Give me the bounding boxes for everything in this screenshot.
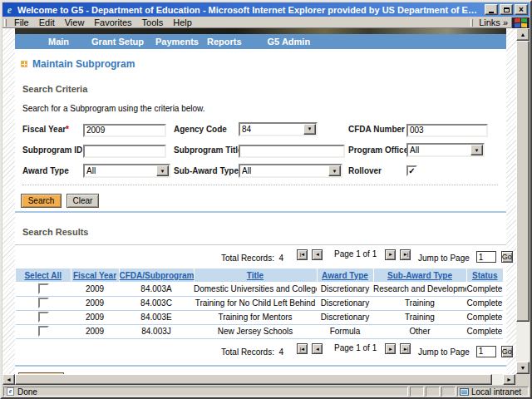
row-checkbox[interactable] <box>38 283 49 294</box>
restore-button[interactable] <box>500 4 513 15</box>
award-type-select[interactable]: All▼ <box>83 164 170 178</box>
links-label: Links <box>479 17 500 27</box>
menu-item-favorites[interactable]: Favorites <box>89 17 136 27</box>
cell-award-type: Discretionary <box>317 296 373 310</box>
security-zone-panel: Local intranet <box>457 387 529 397</box>
toolbar-grip-handle[interactable] <box>4 19 7 27</box>
nav-bar: Main Grant Setup Payments Reports G5 Adm… <box>15 34 506 49</box>
required-marker: * <box>66 125 69 134</box>
prev-page-button[interactable]: ◄ <box>312 249 323 260</box>
header-sub-award-type[interactable]: Sub-Award Type <box>373 268 466 282</box>
subprogram-id-label: Subprogram ID <box>22 145 83 155</box>
menu-item-file[interactable]: File <box>9 17 34 27</box>
sub-award-type-label: Sub-Award Type <box>174 166 239 175</box>
rollover-label: Rollover <box>348 166 406 175</box>
program-office-select[interactable]: All▼ <box>406 143 485 157</box>
cfda-number-input[interactable] <box>406 124 488 137</box>
menu-item-view[interactable]: View <box>60 17 90 27</box>
jump-to-page-input[interactable] <box>476 251 496 263</box>
horizontal-scrollbar-thumb[interactable] <box>15 374 492 385</box>
vertical-scrollbar-thumb[interactable] <box>516 41 530 322</box>
cell-cfda: 84.003A <box>119 282 194 296</box>
sub-award-type-select[interactable]: All▼ <box>239 164 342 178</box>
row-checkbox[interactable] <box>38 326 49 337</box>
scroll-left-button[interactable]: ◄ <box>2 374 15 385</box>
fiscal-year-input[interactable] <box>83 124 166 137</box>
last-page-button[interactable]: ►| <box>400 249 411 260</box>
close-button[interactable]: × <box>515 4 528 15</box>
links-toolbar[interactable]: Links » <box>475 17 511 27</box>
header-select-all[interactable]: Select All <box>16 268 71 282</box>
rollover-checkbox[interactable]: ✓ <box>406 165 417 176</box>
award-type-label: Award Type <box>22 166 83 175</box>
banner-image <box>15 28 506 34</box>
subprogram-id-input[interactable] <box>83 145 166 158</box>
cell-fiscal-year: 2009 <box>71 296 119 310</box>
clear-button[interactable]: Clear <box>66 194 99 208</box>
dropdown-arrow-icon[interactable]: ▼ <box>156 165 169 176</box>
table-row: 2009 84.003A Domestic Universities and C… <box>16 282 503 296</box>
links-chevron-icon[interactable]: » <box>503 17 508 27</box>
ie-page-icon: e <box>7 387 14 396</box>
next-page-button[interactable]: ► <box>385 249 396 260</box>
cell-cfda: 84.003E <box>119 310 194 324</box>
cell-title: Domestic Universities and Colleges <box>194 282 317 296</box>
header-fiscal-year[interactable]: Fiscal Year <box>71 268 119 282</box>
agency-code-select[interactable]: 84▼ <box>239 122 318 136</box>
top-pagination: Total Records: 4 |◄ ◄ Page 1 of 1 ► ►| J… <box>15 244 506 268</box>
subprogram-title-label: Subprogram Title <box>174 145 239 155</box>
cell-award-type: Discretionary <box>317 310 373 324</box>
next-page-button[interactable]: ► <box>385 343 396 354</box>
status-cell <box>426 387 440 397</box>
nav-item-reports[interactable]: Reports <box>207 37 242 47</box>
row-checkbox[interactable] <box>38 312 49 323</box>
search-criteria-form: Fiscal Year* Agency Code 84▼ CFDA Number… <box>22 121 506 178</box>
first-page-button[interactable]: |◄ <box>297 249 308 260</box>
cell-cfda: 84.003J <box>119 324 194 338</box>
flag-green-pane <box>521 17 527 22</box>
links-grip-handle[interactable] <box>470 19 473 27</box>
title-bar[interactable]: e Welcome to G5 - Department of Educatio… <box>2 2 530 17</box>
header-title[interactable]: Title <box>194 268 317 282</box>
last-page-button[interactable]: ►| <box>400 343 411 354</box>
header-status[interactable]: Status <box>466 268 503 282</box>
scroll-down-button[interactable]: ▼ <box>516 362 530 374</box>
menu-item-edit[interactable]: Edit <box>34 17 60 27</box>
header-award-type[interactable]: Award Type <box>317 268 373 282</box>
cell-cfda: 84.003C <box>119 296 194 310</box>
horizontal-scrollbar[interactable]: ◄ ► <box>2 374 515 385</box>
scroll-right-button[interactable]: ► <box>503 374 515 385</box>
vertical-scrollbar[interactable]: ▲ ▼ <box>516 28 530 374</box>
search-criteria-title: Search Criteria <box>22 84 506 94</box>
total-records-value: 4 <box>278 254 283 263</box>
menu-item-tools[interactable]: Tools <box>137 17 169 27</box>
cell-fiscal-year: 2009 <box>71 282 119 296</box>
subprogram-title-input[interactable] <box>239 145 345 158</box>
status-bar: e Done Local intranet <box>2 386 530 397</box>
first-page-button[interactable]: |◄ <box>297 343 308 354</box>
cell-status: Complete <box>466 310 503 324</box>
jump-to-page-input[interactable] <box>476 346 496 357</box>
nav-item-payments[interactable]: Payments <box>155 37 199 47</box>
cell-sub-award-type: Research and Development <box>373 282 466 296</box>
nav-item-g5-admin[interactable]: G5 Admin <box>268 37 311 47</box>
go-button[interactable]: Go <box>501 346 513 357</box>
dropdown-arrow-icon[interactable]: ▼ <box>328 165 341 176</box>
dropdown-arrow-icon[interactable]: ▼ <box>303 124 316 135</box>
dropdown-arrow-icon[interactable]: ▼ <box>470 145 483 155</box>
search-button[interactable]: Search <box>21 194 62 208</box>
program-office-label: Program Office <box>348 145 406 155</box>
menu-item-help[interactable]: Help <box>168 17 197 27</box>
go-button[interactable]: Go <box>501 251 513 263</box>
header-cfda-subprogram[interactable]: CFDA/Subprogram <box>119 268 194 282</box>
cell-award-type: Discretionary <box>317 282 373 296</box>
row-checkbox[interactable] <box>38 298 49 308</box>
nav-item-main[interactable]: Main <box>48 37 69 47</box>
nav-item-grant-setup[interactable]: Grant Setup <box>91 37 144 47</box>
ie-logo-icon: e <box>4 4 15 15</box>
minimize-button[interactable] <box>485 4 498 15</box>
total-records-value: 4 <box>278 347 283 357</box>
cell-status: Complete <box>466 324 503 338</box>
prev-page-button[interactable]: ◄ <box>312 343 323 354</box>
scroll-up-button[interactable]: ▲ <box>516 28 530 41</box>
